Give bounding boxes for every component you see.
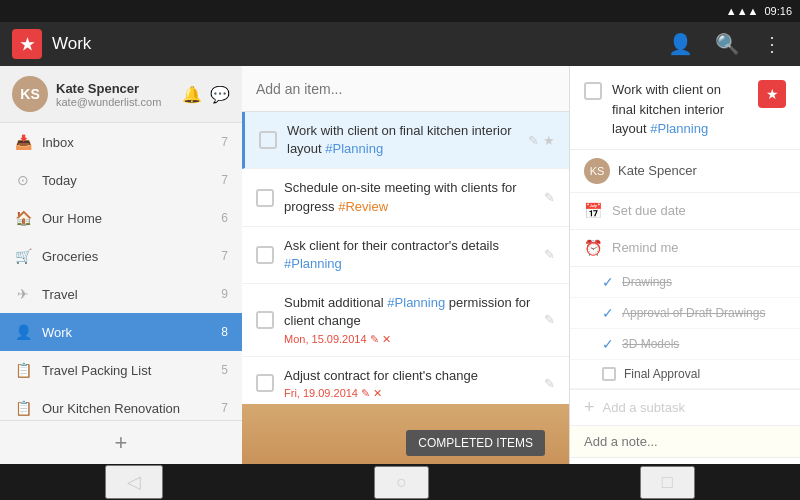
task-edit-icon[interactable]: ✎ (544, 190, 555, 205)
sidebar-icon-work: 👤 (14, 324, 32, 340)
task-item[interactable]: Ask client for their contractor's detail… (242, 227, 569, 284)
task-content: Submit additional #Planning permission f… (284, 294, 534, 345)
sidebar-item-groceries[interactable]: 🛒 Groceries 7 (0, 237, 242, 275)
subtask-label: Final Approval (624, 367, 700, 381)
task-edit-icon[interactable]: ✎ (544, 376, 555, 391)
recents-button[interactable]: □ (640, 466, 695, 499)
notification-icon[interactable]: 🔔 (182, 85, 202, 104)
task-content: Ask client for their contractor's detail… (284, 237, 534, 273)
subtask-check-icon: ✓ (602, 305, 614, 321)
subtask-item[interactable]: ✓ 3D Models (570, 329, 800, 360)
alarm-icon: ⏰ (584, 239, 602, 257)
subtask-check-icon: ✓ (602, 336, 614, 352)
message-icon[interactable]: 💬 (210, 85, 230, 104)
sidebar-item-our-home[interactable]: 🏠 Our Home 6 (0, 199, 242, 237)
task-icons: ✎ (544, 312, 555, 327)
user-email: kate@wunderlist.com (56, 96, 174, 108)
sidebar-item-our-kitchen-renovation[interactable]: 📋 Our Kitchen Renovation 7 (0, 389, 242, 420)
bottom-nav: ◁ ○ □ (0, 464, 800, 500)
task-edit-icon[interactable]: ✎ (528, 133, 539, 148)
sidebar-label-work: Work (42, 325, 211, 340)
assignee-name: Kate Spencer (618, 163, 697, 178)
user-info: Kate Spencer kate@wunderlist.com (56, 81, 174, 108)
task-checkbox[interactable] (256, 246, 274, 264)
task-item[interactable]: Work with client on final kitchen interi… (242, 112, 569, 169)
due-date-label: Set due date (612, 203, 686, 218)
subtask-item[interactable]: Final Approval (570, 360, 800, 389)
subtask-item[interactable]: ✓ Approval of Draft Drawings (570, 298, 800, 329)
user-profile[interactable]: KS Kate Spencer kate@wunderlist.com 🔔 💬 (0, 66, 242, 123)
completed-items-button[interactable]: COMPLETED ITEMS (406, 430, 545, 456)
back-button[interactable]: ◁ (105, 465, 163, 499)
task-star-icon[interactable]: ★ (543, 133, 555, 148)
task-checkbox[interactable] (256, 311, 274, 329)
sidebar-label-inbox: Inbox (42, 135, 211, 150)
add-list-button[interactable]: + (0, 420, 242, 464)
user-name: Kate Spencer (56, 81, 174, 96)
add-user-button[interactable]: 👤 (662, 28, 699, 60)
detail-header: Work with client on final kitchen interi… (570, 66, 800, 150)
sidebar-icon-our-home: 🏠 (14, 210, 32, 226)
task-checkbox[interactable] (256, 189, 274, 207)
sidebar-count-groceries: 7 (221, 249, 228, 263)
task-list-background: COMPLETED ITEMS (242, 404, 569, 464)
sidebar-count-today: 7 (221, 173, 228, 187)
task-checkbox[interactable] (256, 374, 274, 392)
task-text: Ask client for their contractor's detail… (284, 237, 534, 273)
page-title: Work (52, 34, 652, 54)
sidebar-item-travel[interactable]: ✈ Travel 9 (0, 275, 242, 313)
status-bar: ▲▲▲ 09:16 (0, 0, 800, 22)
add-item-bar[interactable] (242, 66, 569, 112)
assignee-avatar: KS (584, 158, 610, 184)
subtasks-section: ✓ Drawings ✓ Approval of Draft Drawings … (570, 267, 800, 390)
calendar-icon: 📅 (584, 202, 602, 220)
sidebar-icon-travel: ✈ (14, 286, 32, 302)
sidebar-list: 📥 Inbox 7 ⊙ Today 7 🏠 Our Home 6 🛒 Groce… (0, 123, 242, 420)
notes-input[interactable] (584, 434, 786, 449)
sidebar-icon-travel-packing-list: 📋 (14, 362, 32, 378)
sidebar-item-today[interactable]: ⊙ Today 7 (0, 161, 242, 199)
subtask-label: Drawings (622, 275, 672, 289)
add-subtask-row[interactable]: + Add a subtask (570, 390, 800, 426)
task-text: Submit additional #Planning permission f… (284, 294, 534, 330)
remind-row[interactable]: ⏰ Remind me (570, 230, 800, 267)
sidebar-label-travel: Travel (42, 287, 211, 302)
sidebar-icon-our-kitchen-renovation: 📋 (14, 400, 32, 416)
sidebar-count-our-kitchen-renovation: 7 (221, 401, 228, 415)
task-item[interactable]: Submit additional #Planning permission f… (242, 284, 569, 356)
detail-checkbox[interactable] (584, 82, 602, 100)
task-icons: ✎ ★ (528, 133, 555, 148)
add-item-input[interactable] (256, 81, 555, 97)
notes-section[interactable] (570, 426, 800, 458)
sidebar-item-work[interactable]: 👤 Work 8 (0, 313, 242, 351)
detail-assigned[interactable]: KS Kate Spencer (570, 150, 800, 193)
sidebar-item-inbox[interactable]: 📥 Inbox 7 (0, 123, 242, 161)
task-item[interactable]: Schedule on-site meeting with clients fo… (242, 169, 569, 226)
search-button[interactable]: 🔍 (709, 28, 746, 60)
task-icons: ✎ (544, 247, 555, 262)
task-text: Schedule on-site meeting with clients fo… (284, 179, 534, 215)
sidebar-icon-inbox: 📥 (14, 134, 32, 150)
task-icons: ✎ (544, 376, 555, 391)
task-checkbox[interactable] (259, 131, 277, 149)
wifi-icon: ▲▲▲ (726, 5, 759, 17)
sidebar-item-travel-packing-list[interactable]: 📋 Travel Packing List 5 (0, 351, 242, 389)
subtask-item[interactable]: ✓ Drawings (570, 267, 800, 298)
home-button[interactable]: ○ (374, 466, 429, 499)
task-item[interactable]: Adjust contract for client's change Fri,… (242, 357, 569, 405)
sidebar-count-inbox: 7 (221, 135, 228, 149)
task-list: Work with client on final kitchen interi… (242, 112, 569, 404)
task-date: Fri, 19.09.2014 ✎ ✕ (284, 387, 534, 400)
more-button[interactable]: ⋮ (756, 28, 788, 60)
sidebar-count-travel: 9 (221, 287, 228, 301)
remind-label: Remind me (612, 240, 678, 255)
task-edit-icon[interactable]: ✎ (544, 312, 555, 327)
star-button[interactable]: ★ (758, 80, 786, 108)
task-edit-icon[interactable]: ✎ (544, 247, 555, 262)
detail-panel: Work with client on final kitchen interi… (570, 66, 800, 464)
add-subtask-label: Add a subtask (603, 400, 685, 415)
task-icons: ✎ (544, 190, 555, 205)
main-content: KS Kate Spencer kate@wunderlist.com 🔔 💬 … (0, 66, 800, 464)
due-date-row[interactable]: 📅 Set due date (570, 193, 800, 230)
subtask-uncheck-icon (602, 367, 616, 381)
